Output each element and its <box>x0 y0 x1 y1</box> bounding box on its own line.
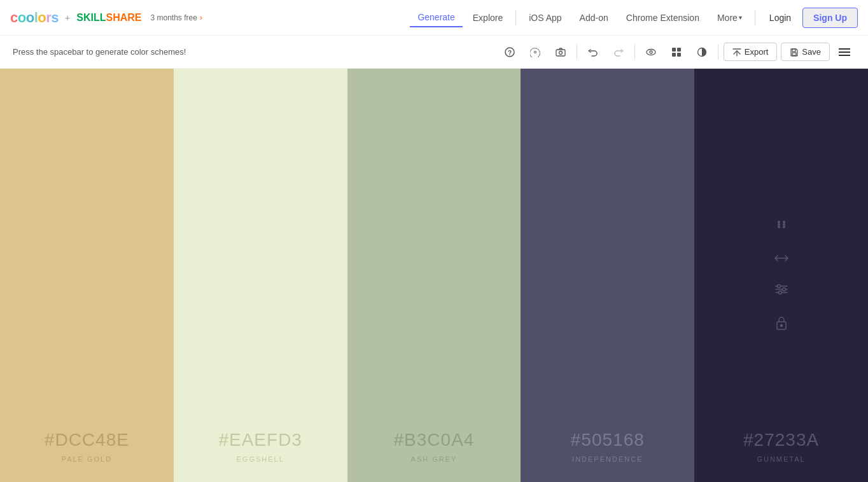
color-swatch-1[interactable]: #EAEFD3 EGGSHELL <box>174 69 347 482</box>
svg-point-19 <box>783 226 785 228</box>
promo-arrow: › <box>200 13 202 22</box>
nav-ios-app[interactable]: iOS App <box>521 9 569 27</box>
toolbar-separator-2 <box>634 45 635 60</box>
color-name-2: ASH GREY <box>411 455 458 463</box>
toolbar-icons: ? <box>499 41 855 63</box>
svg-point-5 <box>650 51 652 53</box>
svg-text:?: ? <box>508 49 512 56</box>
color-hex-4: #27233A <box>743 430 819 450</box>
nav-chrome-extension[interactable]: Chrome Extension <box>619 9 707 27</box>
color-hex-3: #505168 <box>571 430 645 450</box>
svg-point-3 <box>559 51 562 54</box>
svg-rect-6 <box>672 48 676 52</box>
resize-arrows-icon[interactable] <box>774 252 788 266</box>
save-button[interactable]: Save <box>781 43 830 61</box>
color-name-4: GUNMETAL <box>757 455 805 463</box>
coolors-logo[interactable]: coolors <box>10 10 59 26</box>
toolbar-separator <box>577 45 577 60</box>
swatch-action-icons <box>694 217 868 333</box>
dots-grid-icon[interactable] <box>774 217 788 235</box>
export-icon <box>732 48 741 57</box>
lock-icon[interactable] <box>776 316 787 333</box>
svg-rect-9 <box>677 53 681 57</box>
svg-rect-2 <box>556 50 565 56</box>
nav-generate[interactable]: Generate <box>410 8 462 27</box>
svg-point-27 <box>778 291 781 294</box>
settings-icon[interactable] <box>524 41 546 63</box>
color-swatch-3[interactable]: #505168 INDEPENDENCE <box>521 69 694 482</box>
contrast-icon[interactable] <box>691 41 713 63</box>
color-hex-2: #B3C0A4 <box>394 430 475 450</box>
svg-point-16 <box>778 221 780 223</box>
color-palette: #DCC48E PALE GOLD #EAEFD3 EGGSHELL #B3C0… <box>0 69 868 482</box>
logo-area: coolors + SKILLSHARE 3 months free › <box>10 10 202 26</box>
redo-icon[interactable] <box>608 41 629 63</box>
svg-point-18 <box>778 226 780 228</box>
nav-more[interactable]: More ▾ <box>710 9 750 27</box>
adjust-icon[interactable] <box>774 284 788 298</box>
svg-point-21 <box>783 223 785 226</box>
save-icon <box>790 48 799 57</box>
svg-point-20 <box>778 223 780 226</box>
toolbar: Press the spacebar to generate color sch… <box>0 36 868 69</box>
svg-rect-11 <box>792 49 795 52</box>
header-nav: Generate Explore iOS App Add-on Chrome E… <box>410 8 858 28</box>
svg-point-29 <box>780 325 782 327</box>
svg-point-25 <box>777 285 780 288</box>
nav-divider-2 <box>755 10 755 25</box>
toolbar-hint: Press the spacebar to generate color sch… <box>13 47 494 57</box>
nav-divider <box>515 10 516 25</box>
svg-rect-12 <box>792 53 796 55</box>
skillshare-logo[interactable]: SKILLSHARE <box>76 12 141 24</box>
chevron-down-icon: ▾ <box>739 14 742 21</box>
login-button[interactable]: Login <box>760 9 800 27</box>
svg-point-26 <box>782 288 785 291</box>
export-button[interactable]: Export <box>724 43 778 61</box>
svg-rect-7 <box>677 48 681 52</box>
svg-point-17 <box>783 221 785 223</box>
color-hex-0: #DCC48E <box>45 430 129 450</box>
color-name-0: PALE GOLD <box>62 455 113 463</box>
svg-point-4 <box>647 49 655 55</box>
color-swatch-4[interactable]: #27233A GUNMETAL <box>694 69 868 482</box>
color-swatch-0[interactable]: #DCC48E PALE GOLD <box>0 69 174 482</box>
hamburger-menu[interactable] <box>834 41 855 63</box>
color-swatch-2[interactable]: #B3C0A4 ASH GREY <box>347 69 521 482</box>
nav-addon[interactable]: Add-on <box>572 9 616 27</box>
help-icon[interactable]: ? <box>499 41 521 63</box>
promo-badge[interactable]: 3 months free › <box>150 13 202 22</box>
grid-view-icon[interactable] <box>666 41 687 63</box>
color-name-3: INDEPENDENCE <box>572 455 643 463</box>
signup-button[interactable]: Sign Up <box>802 8 858 28</box>
nav-explore[interactable]: Explore <box>465 9 510 27</box>
undo-icon[interactable] <box>582 41 604 63</box>
color-name-1: EGGSHELL <box>237 455 284 463</box>
toolbar-separator-3 <box>718 45 718 60</box>
color-hex-1: #EAEFD3 <box>218 430 302 450</box>
plus-sign: + <box>65 13 70 23</box>
svg-rect-8 <box>672 53 676 57</box>
camera-icon[interactable] <box>550 41 571 63</box>
menu-icon <box>839 48 850 57</box>
view-icon[interactable] <box>640 41 662 63</box>
header: coolors + SKILLSHARE 3 months free › Gen… <box>0 0 868 36</box>
